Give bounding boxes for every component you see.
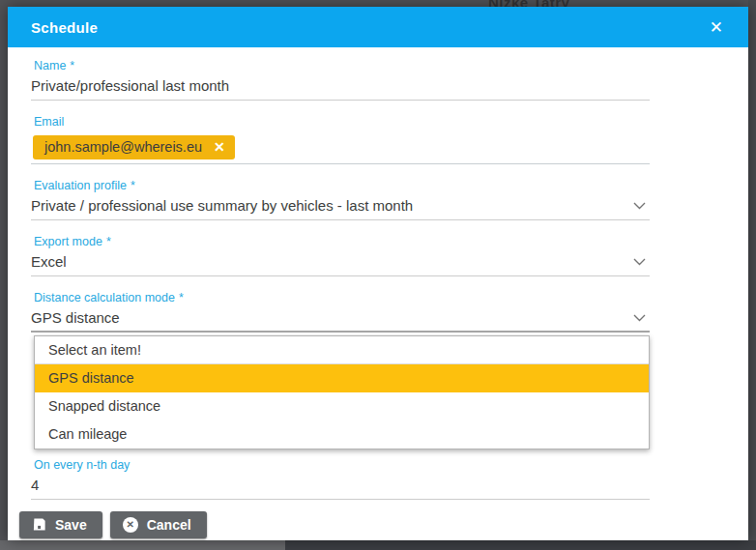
required-asterisk: * xyxy=(70,60,74,72)
email-chip-text: john.sample@whereis.eu xyxy=(44,139,202,155)
distance-mode-field: Distance calculation mode* GPS distance xyxy=(31,292,650,333)
email-input[interactable]: john.sample@whereis.eu ✕ xyxy=(31,133,650,164)
close-icon[interactable]: ✕ xyxy=(706,17,727,38)
backdrop-bottom-right xyxy=(285,540,756,550)
backdrop-right-strip xyxy=(748,0,756,550)
chevron-down-icon xyxy=(633,202,646,210)
evaluation-profile-field: Evaluation profile* Private / profession… xyxy=(31,180,650,220)
email-chip[interactable]: john.sample@whereis.eu ✕ xyxy=(33,135,235,159)
chip-remove-icon[interactable]: ✕ xyxy=(214,139,225,155)
dialog-body: Name* Private/professional last month Em… xyxy=(8,47,748,540)
schedule-dialog: Schedule ✕ Name* Private/professional la… xyxy=(8,7,748,540)
export-mode-label: Export mode* xyxy=(31,236,650,248)
evaluation-profile-label: Evaluation profile* xyxy=(31,180,650,192)
save-icon xyxy=(32,517,46,532)
required-asterisk: * xyxy=(131,180,135,192)
cancel-button[interactable]: ✕ Cancel xyxy=(110,511,207,538)
nth-day-label: On every n-th day xyxy=(31,459,650,472)
nth-day-input[interactable]: 4 xyxy=(31,477,650,500)
dropdown-option-gps-distance[interactable]: GPS distance xyxy=(35,364,649,392)
chevron-down-icon xyxy=(633,258,646,266)
distance-mode-dropdown: Select an item! GPS distance Snapped dis… xyxy=(34,335,650,449)
name-input[interactable]: Private/professional last month xyxy=(31,77,650,101)
required-asterisk: * xyxy=(179,292,184,304)
email-field: Email john.sample@whereis.eu ✕ xyxy=(31,116,650,164)
email-label: Email xyxy=(31,116,650,129)
nth-day-field: On every n-th day 4 xyxy=(31,459,650,500)
dropdown-option-can-mileage[interactable]: Can mileage xyxy=(35,420,649,449)
distance-mode-label: Distance calculation mode* xyxy=(31,292,650,304)
export-mode-field: Export mode* Excel xyxy=(31,236,650,276)
dropdown-option-placeholder[interactable]: Select an item! xyxy=(35,336,649,364)
dialog-actions: Save ✕ Cancel xyxy=(19,511,748,538)
cancel-icon: ✕ xyxy=(123,517,138,533)
distance-mode-select[interactable]: GPS distance xyxy=(31,309,650,333)
chevron-down-icon xyxy=(633,314,646,322)
required-asterisk: * xyxy=(106,236,111,248)
export-mode-select[interactable]: Excel xyxy=(31,253,650,276)
name-field: Name* Private/professional last month xyxy=(31,60,650,101)
name-label: Name* xyxy=(31,60,650,72)
backdrop-bottom-left xyxy=(0,540,285,550)
dropdown-option-snapped-distance[interactable]: Snapped distance xyxy=(35,392,649,420)
dialog-header: Schedule ✕ xyxy=(8,7,748,47)
dialog-title: Schedule xyxy=(31,19,98,36)
evaluation-profile-select[interactable]: Private / professional use summary by ve… xyxy=(31,197,650,220)
save-button[interactable]: Save xyxy=(19,511,102,538)
